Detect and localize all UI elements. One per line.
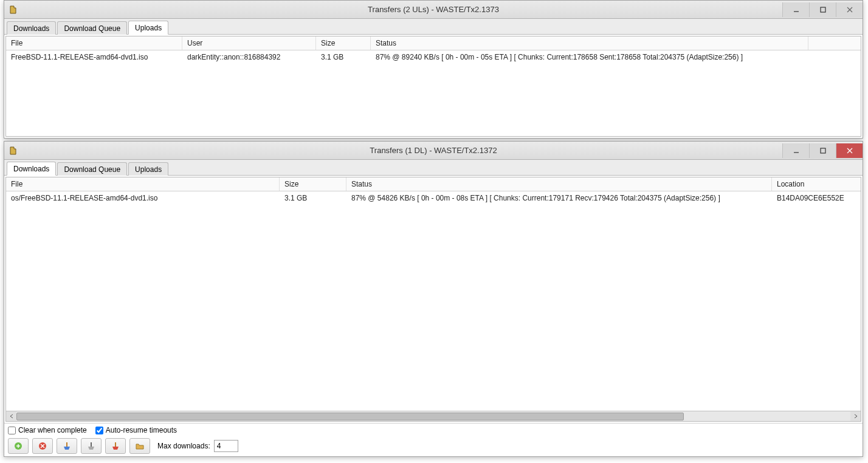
list-header: File User Size Status bbox=[6, 36, 861, 50]
play-add-icon bbox=[13, 441, 23, 451]
svg-rect-2 bbox=[821, 7, 825, 12]
max-downloads-label: Max downloads: bbox=[157, 442, 210, 450]
app-icon bbox=[8, 146, 18, 156]
cancel-icon bbox=[38, 441, 47, 451]
minimize-button[interactable] bbox=[782, 143, 809, 158]
window-title: Transfers (1 DL) - WASTE/Tx2.1372 bbox=[370, 146, 497, 155]
col-size[interactable]: Size bbox=[280, 177, 346, 191]
tab-uploads[interactable]: Uploads bbox=[128, 162, 168, 176]
svg-marker-13 bbox=[64, 447, 70, 450]
col-file[interactable]: File bbox=[6, 177, 280, 191]
col-status[interactable]: Status bbox=[346, 177, 772, 191]
broom-gray-icon bbox=[86, 441, 96, 451]
cell-size: 3.1 GB bbox=[280, 191, 346, 205]
bottom-bar: Clear when complete Auto-resume timeouts bbox=[4, 423, 863, 456]
transfer-list: File Size Status Location os/FreeBSD-11.… bbox=[5, 177, 861, 422]
clear-when-complete-label: Clear when complete bbox=[18, 426, 87, 434]
svg-rect-7 bbox=[821, 148, 825, 153]
auto-resume-input[interactable] bbox=[95, 427, 103, 434]
col-user[interactable]: User bbox=[182, 36, 316, 50]
cell-status: 87% @ 54826 KB/s [ 0h - 00m - 08s ETA ] … bbox=[346, 191, 772, 205]
window-title: Transfers (2 ULs) - WASTE/Tx2.1373 bbox=[368, 5, 499, 14]
broom-blue-icon bbox=[62, 441, 72, 451]
cell-user: darkEntity::anon::816884392 bbox=[182, 50, 316, 64]
scroll-track[interactable] bbox=[16, 411, 850, 422]
abort-button[interactable] bbox=[32, 438, 53, 454]
titlebar[interactable]: Transfers (2 ULs) - WASTE/Tx2.1373 bbox=[4, 1, 863, 19]
list-header: File Size Status Location bbox=[6, 177, 861, 191]
svg-marker-5 bbox=[10, 147, 16, 154]
folder-icon bbox=[135, 441, 145, 451]
tabs: Downloads Download Queue Uploads bbox=[4, 160, 863, 176]
titlebar[interactable]: Transfers (1 DL) - WASTE/Tx2.1372 bbox=[4, 142, 863, 160]
close-button[interactable] bbox=[836, 143, 863, 158]
auto-resume-label: Auto-resume timeouts bbox=[106, 426, 177, 434]
scroll-left-icon[interactable] bbox=[6, 411, 16, 422]
tabs: Downloads Download Queue Uploads bbox=[4, 19, 863, 35]
window-uploads: Transfers (2 ULs) - WASTE/Tx2.1373 Downl… bbox=[4, 0, 863, 139]
cell-size: 3.1 GB bbox=[316, 50, 371, 64]
svg-rect-12 bbox=[66, 442, 67, 447]
scroll-thumb[interactable] bbox=[16, 413, 684, 420]
tab-download-queue[interactable]: Download Queue bbox=[57, 21, 127, 35]
col-file[interactable]: File bbox=[6, 36, 182, 50]
open-folder-button[interactable] bbox=[129, 438, 150, 454]
scroll-right-icon[interactable] bbox=[850, 411, 861, 422]
close-button[interactable] bbox=[836, 2, 863, 17]
cell-file: os/FreeBSD-11.1-RELEASE-amd64-dvd1.iso bbox=[6, 191, 280, 205]
tab-uploads[interactable]: Uploads bbox=[128, 21, 168, 35]
maximize-button[interactable] bbox=[809, 2, 836, 17]
horizontal-scrollbar[interactable] bbox=[6, 411, 861, 421]
transfer-list: File User Size Status FreeBSD-11.1-RELEA… bbox=[5, 36, 861, 137]
window-downloads: Transfers (1 DL) - WASTE/Tx2.1372 Downlo… bbox=[4, 141, 863, 457]
tab-download-queue[interactable]: Download Queue bbox=[57, 162, 127, 176]
tab-downloads[interactable]: Downloads bbox=[7, 162, 56, 176]
table-row[interactable]: os/FreeBSD-11.1-RELEASE-amd64-dvd1.iso 3… bbox=[6, 191, 861, 205]
table-row[interactable]: FreeBSD-11.1-RELEASE-amd64-dvd1.iso dark… bbox=[6, 50, 861, 64]
col-location[interactable]: Location bbox=[772, 177, 861, 191]
clear-inactive-button[interactable] bbox=[57, 438, 77, 454]
cell-location: B14DA09CE6E552E bbox=[772, 191, 861, 205]
svg-marker-15 bbox=[88, 447, 94, 450]
resume-button[interactable] bbox=[8, 438, 29, 454]
app-icon bbox=[8, 5, 18, 15]
maximize-button[interactable] bbox=[809, 143, 836, 158]
svg-rect-16 bbox=[115, 442, 116, 447]
svg-marker-0 bbox=[10, 6, 16, 13]
col-extra[interactable] bbox=[808, 36, 861, 50]
clear-all-button[interactable] bbox=[81, 438, 102, 454]
col-size[interactable]: Size bbox=[316, 36, 371, 50]
cell-file: FreeBSD-11.1-RELEASE-amd64-dvd1.iso bbox=[6, 50, 182, 64]
svg-marker-17 bbox=[112, 447, 119, 450]
clear-when-complete-input[interactable] bbox=[8, 427, 16, 434]
auto-resume-checkbox[interactable]: Auto-resume timeouts bbox=[95, 426, 177, 434]
svg-rect-14 bbox=[91, 442, 92, 447]
minimize-button[interactable] bbox=[782, 2, 809, 17]
broom-red-icon bbox=[111, 441, 120, 451]
clear-when-complete-checkbox[interactable]: Clear when complete bbox=[8, 426, 87, 434]
col-status[interactable]: Status bbox=[371, 36, 808, 50]
max-downloads-input[interactable] bbox=[214, 440, 238, 452]
cell-status: 87% @ 89240 KB/s [ 0h - 00m - 05s ETA ] … bbox=[371, 50, 808, 64]
clear-errors-button[interactable] bbox=[105, 438, 126, 454]
tab-downloads[interactable]: Downloads bbox=[7, 21, 56, 35]
